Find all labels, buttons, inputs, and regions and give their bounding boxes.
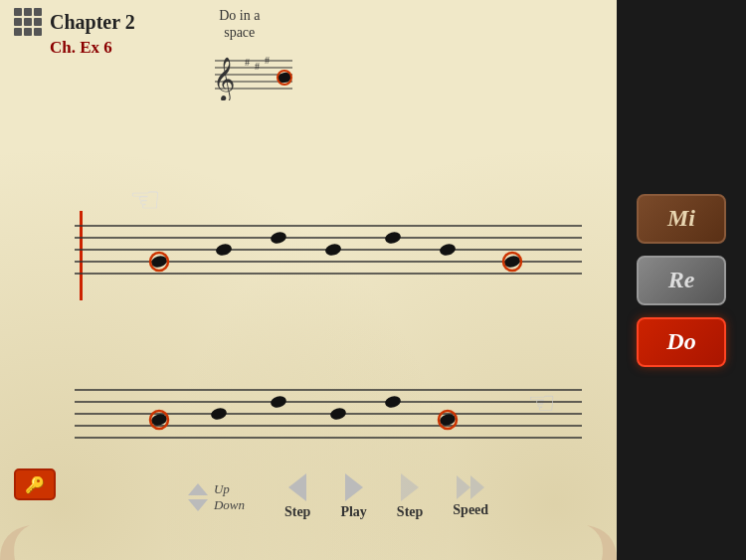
svg-point-19	[270, 231, 287, 246]
step-forward-icon	[401, 473, 419, 501]
header-left: Chapter 2 Ch. Ex 6	[14, 8, 135, 58]
do-button[interactable]: Do	[637, 317, 726, 367]
svg-point-32	[210, 407, 228, 422]
step-back-button[interactable]: Step	[284, 473, 310, 520]
svg-point-22	[439, 243, 457, 258]
step-forward-button[interactable]: Step	[397, 473, 423, 520]
re-button[interactable]: Re	[637, 256, 726, 305]
svg-point-33	[270, 395, 287, 410]
top-staff	[55, 214, 582, 279]
arrow-pointer-do: ☞	[527, 384, 556, 422]
key-icon: 🔑	[25, 475, 45, 494]
svg-text:#: #	[255, 61, 260, 72]
up-label: Up	[214, 481, 230, 497]
up-button[interactable]: Up	[188, 481, 230, 497]
step-back-label: Step	[284, 504, 310, 520]
play-label: Play	[340, 504, 366, 520]
step-forward-label: Step	[397, 504, 423, 520]
chapter-title: Chapter 2	[14, 8, 135, 36]
svg-point-35	[384, 395, 402, 410]
music-content: ☞	[0, 80, 617, 466]
key-button[interactable]: 🔑	[14, 468, 56, 500]
svg-point-18	[215, 243, 233, 258]
down-button[interactable]: Down	[188, 497, 245, 513]
bottom-staff	[55, 378, 582, 443]
up-arrow-icon	[188, 483, 208, 495]
down-label: Down	[214, 497, 245, 513]
sidebar: Mi Re Do	[617, 0, 746, 560]
play-button[interactable]: Play	[340, 473, 366, 520]
nav-row: Up Down Step Play Step	[188, 473, 488, 520]
svg-text:#: #	[265, 55, 270, 66]
svg-point-34	[329, 407, 347, 422]
bottom-controls: 🔑 Up Down Step	[0, 466, 617, 560]
step-back-icon	[288, 473, 306, 501]
corner-curl-right	[567, 520, 617, 560]
svg-text:#: #	[245, 57, 250, 68]
mi-button[interactable]: Mi	[637, 194, 726, 244]
svg-point-21	[384, 231, 402, 246]
speed-button[interactable]: Speed	[453, 475, 488, 518]
svg-point-20	[324, 243, 342, 258]
chapter-title-text: Chapter 2	[50, 11, 135, 34]
speed-icon	[457, 475, 484, 499]
do-in-space-label: Do in a space	[219, 8, 260, 42]
main-content-area: Chapter 2 Ch. Ex 6 Do in a space 𝄞 #	[0, 0, 617, 560]
grid-icon	[14, 8, 42, 36]
speed-label: Speed	[453, 502, 488, 518]
play-icon	[345, 473, 363, 501]
ex-label: Ch. Ex 6	[14, 38, 135, 58]
corner-curl-left	[0, 520, 50, 560]
header: Chapter 2 Ch. Ex 6 Do in a space 𝄞 #	[0, 0, 617, 80]
down-arrow-icon	[188, 499, 208, 511]
up-down-group: Up Down	[188, 481, 245, 513]
